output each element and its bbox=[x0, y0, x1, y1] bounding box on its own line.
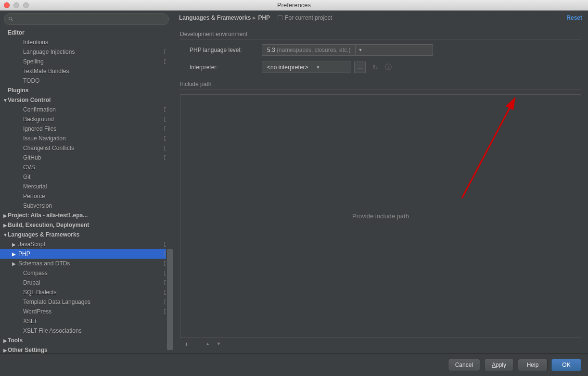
window-title: Preferences bbox=[0, 1, 588, 9]
move-up-button[interactable]: ▲ bbox=[205, 341, 210, 346]
tree-item[interactable]: Perforce bbox=[0, 191, 173, 201]
info-icon[interactable]: ⓘ bbox=[385, 63, 392, 72]
search-input[interactable] bbox=[17, 16, 165, 23]
tree-item[interactable]: Issue Navigation bbox=[0, 134, 173, 143]
tree-item[interactable]: Ignored Files bbox=[0, 124, 173, 134]
tree-item[interactable]: Background bbox=[0, 114, 173, 124]
cancel-button[interactable]: Cancel bbox=[448, 359, 480, 371]
tree-item[interactable]: Intentions bbox=[0, 38, 173, 47]
tree-item[interactable]: XSLT bbox=[0, 316, 173, 326]
tree-item-label: Perforce bbox=[23, 193, 169, 200]
main-panel: Languages & Frameworks ▶ PHP For current… bbox=[173, 11, 588, 353]
tree-item[interactable]: SQL Dialects bbox=[0, 288, 173, 297]
tree-category[interactable]: ▶Tools bbox=[0, 336, 173, 345]
interpreter-select[interactable]: <no interpreter> ▼ bbox=[262, 62, 351, 73]
reset-link[interactable]: Reset bbox=[566, 14, 582, 21]
scrollbar-thumb[interactable] bbox=[167, 249, 173, 350]
tree-item-label: Confirmation bbox=[23, 106, 162, 113]
php-language-level-label: PHP language level: bbox=[190, 47, 262, 53]
divider bbox=[180, 89, 581, 89]
chevron-down-icon[interactable]: ▼ bbox=[355, 45, 365, 55]
breadcrumb-current: PHP bbox=[258, 14, 270, 21]
expand-arrow-icon: ▶ bbox=[12, 261, 16, 266]
include-path-section-title: Include path bbox=[180, 81, 581, 88]
settings-tree[interactable]: EditorIntentionsLanguage InjectionsSpell… bbox=[0, 28, 173, 353]
tree-item[interactable]: GitHub bbox=[0, 153, 173, 163]
tree-item-label: Ignored Files bbox=[23, 125, 162, 132]
apply-button[interactable]: Apply bbox=[484, 359, 514, 371]
tree-item[interactable]: WordPress bbox=[0, 307, 173, 316]
tree-item[interactable]: Git bbox=[0, 172, 173, 182]
tree-item-label: TODO bbox=[23, 77, 169, 84]
search-input-wrapper[interactable] bbox=[4, 13, 169, 25]
sidebar-scrollbar[interactable] bbox=[166, 28, 173, 353]
breadcrumb: Languages & Frameworks ▶ PHP For current… bbox=[173, 11, 588, 25]
tree-category[interactable]: ▶Other Settings bbox=[0, 345, 173, 353]
ok-button[interactable]: OK bbox=[551, 359, 581, 371]
expand-arrow-icon: ▶ bbox=[3, 223, 8, 228]
php-language-level-select[interactable]: 5.3 (namespaces, closures, etc.) ▼ bbox=[262, 44, 433, 56]
expand-arrow-icon: ▶ bbox=[3, 338, 8, 343]
tree-item-label: Project: Aila - aila-test1.epa... bbox=[8, 212, 169, 219]
tree-item-label: XSLT bbox=[23, 318, 169, 325]
php-language-level-row: PHP language level: 5.3 (namespaces, clo… bbox=[180, 44, 581, 56]
interpreter-label: Interpreter: bbox=[190, 64, 262, 71]
tree-item-label: GitHub bbox=[23, 154, 162, 161]
tree-item[interactable]: TextMate Bundles bbox=[0, 66, 173, 76]
tree-item-label: JavaScript bbox=[18, 241, 162, 248]
include-path-toolbar: + − ▲ ▼ bbox=[180, 339, 581, 349]
tree-item[interactable]: Drupal bbox=[0, 278, 173, 288]
tree-category[interactable]: ▶Project: Aila - aila-test1.epa... bbox=[0, 211, 173, 220]
tree-item-label: Background bbox=[23, 116, 162, 123]
tree-item-label: TextMate Bundles bbox=[23, 68, 169, 75]
tree-category[interactable]: Plugins bbox=[0, 86, 173, 95]
help-button[interactable]: Help bbox=[518, 359, 548, 371]
include-path-list[interactable]: Provide include path bbox=[180, 94, 581, 338]
tree-category[interactable]: ▶Build, Execution, Deployment bbox=[0, 220, 173, 230]
tree-category[interactable]: ▼Version Control bbox=[0, 95, 173, 105]
tree-item[interactable]: Compass bbox=[0, 268, 173, 278]
breadcrumb-parent[interactable]: Languages & Frameworks bbox=[179, 14, 251, 21]
chevron-right-icon: ▶ bbox=[253, 15, 256, 20]
tree-item[interactable]: ▶JavaScript bbox=[0, 239, 173, 249]
tree-item[interactable]: Spelling bbox=[0, 57, 173, 66]
tree-category[interactable]: Editor bbox=[0, 28, 173, 38]
remove-button[interactable]: − bbox=[195, 340, 199, 348]
tree-item-label: Git bbox=[23, 174, 169, 180]
search-icon bbox=[8, 16, 14, 22]
include-path-placeholder: Provide include path bbox=[352, 213, 409, 220]
for-current-project-label: For current project bbox=[276, 14, 332, 21]
tree-item-label: PHP bbox=[18, 251, 162, 257]
tree-item[interactable]: Language Injections bbox=[0, 47, 173, 57]
tree-item[interactable]: Mercurial bbox=[0, 182, 173, 191]
tree-item[interactable]: ▶PHP bbox=[0, 249, 173, 259]
interpreter-browse-button[interactable]: … bbox=[354, 62, 366, 73]
tree-category[interactable]: ▼Languages & Frameworks bbox=[0, 230, 173, 239]
tree-item-label: Language Injections bbox=[23, 49, 162, 55]
expand-arrow-icon: ▼ bbox=[3, 232, 8, 238]
tree-item[interactable]: Template Data Languages bbox=[0, 297, 173, 307]
tree-item-label: Plugins bbox=[8, 87, 169, 94]
tree-item[interactable]: Confirmation bbox=[0, 105, 173, 114]
chevron-down-icon[interactable]: ▼ bbox=[313, 62, 322, 73]
tree-item-label: Build, Execution, Deployment bbox=[8, 222, 169, 228]
window-titlebar: Preferences bbox=[0, 0, 588, 11]
tree-item[interactable]: CVS bbox=[0, 163, 173, 172]
tree-item[interactable]: Changelist Conflicts bbox=[0, 143, 173, 153]
dev-env-section-title: Development environment bbox=[180, 31, 581, 38]
tree-item[interactable]: ▶Schemas and DTDs bbox=[0, 259, 173, 268]
divider bbox=[180, 39, 581, 39]
tree-item-label: Schemas and DTDs bbox=[18, 260, 162, 267]
tree-item-label: Issue Navigation bbox=[23, 135, 162, 142]
expand-arrow-icon: ▶ bbox=[3, 213, 8, 218]
tree-item[interactable]: XSLT File Associations bbox=[0, 326, 173, 336]
tree-item-label: Drupal bbox=[23, 279, 162, 286]
move-down-button[interactable]: ▼ bbox=[217, 341, 221, 346]
tree-item-label: Mercurial bbox=[23, 183, 169, 190]
tree-item-label: Other Settings bbox=[8, 347, 169, 353]
tree-item[interactable]: TODO bbox=[0, 76, 173, 86]
tree-item-label: CVS bbox=[23, 164, 169, 171]
reload-icon[interactable]: ↻ bbox=[372, 63, 378, 71]
tree-item[interactable]: Subversion bbox=[0, 201, 173, 211]
add-button[interactable]: + bbox=[185, 340, 189, 348]
